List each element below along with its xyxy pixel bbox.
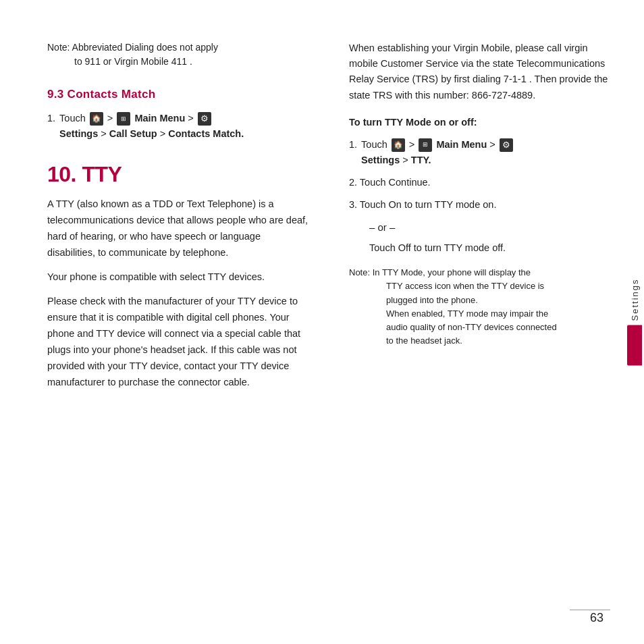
section-10-title: 10. TTY <box>47 162 308 187</box>
sidebar-bar <box>627 325 642 365</box>
tty-bottom-note: Note: In TTY Mode, your phone will displ… <box>349 266 610 348</box>
right-column: When establishing your Virgin Mobile, pl… <box>342 41 610 603</box>
call-setup-label: Call Setup <box>109 128 157 139</box>
menu-icon-2: ⊞ <box>419 138 432 152</box>
right-intro: When establishing your Virgin Mobile, pl… <box>349 41 610 103</box>
tty-settings-line: Settings <box>361 155 400 165</box>
abbreviated-dialing-note: Note: Abbreviated Dialing does not apply… <box>47 41 308 69</box>
tty-step1: 1. Touch 🏠 > ⊞ Main Menu > ⚙ Settings > … <box>349 137 610 168</box>
note-line3: plugged into the phone. <box>349 294 610 307</box>
tty-step3-content: 3. Touch On to turn TTY mode on. <box>349 197 610 213</box>
tty-step2-content: 2. Touch Continue. <box>349 175 610 190</box>
note-line2: to 911 or Virgin Mobile 411 . <box>47 55 308 69</box>
tty-step2: 2. Touch Continue. <box>349 175 610 190</box>
tty-arrow3: > <box>402 155 411 165</box>
tty-para3: Please check with the manufacturer of yo… <box>47 294 308 391</box>
tty-label: TTY. <box>411 155 431 165</box>
tty-step1-num: 1. <box>349 137 357 153</box>
tty-main-menu: Main Menu <box>436 139 487 150</box>
note-line1: Note: Abbreviated Dialing does not apply <box>47 42 218 53</box>
step1-num: 1. <box>47 111 55 126</box>
contacts-match-label: Contacts Match. <box>168 128 244 139</box>
step1-arrow1: > <box>107 113 113 124</box>
page-number: 63 <box>590 611 603 625</box>
note-line5: audio quality of non-TTY devices connect… <box>349 321 610 334</box>
page-container: Note: Abbreviated Dialing does not apply… <box>0 0 644 644</box>
step1-arrow3: > <box>101 128 109 139</box>
note-line1: Note: In TTY Mode, your phone will displ… <box>349 267 531 277</box>
step1-arrow2: > <box>188 113 196 124</box>
tty-para2: Your phone is compatible with select TTY… <box>47 269 308 286</box>
note-line2: TTY access icon when the TTY device is <box>349 279 610 293</box>
tty-arrow2: > <box>489 139 498 150</box>
step1-arrow4: > <box>160 128 169 139</box>
settings-icon-2: ⚙ <box>500 138 513 152</box>
main-content: Note: Abbreviated Dialing does not apply… <box>0 0 644 644</box>
note-line6: to the headset jack. <box>349 334 610 348</box>
section-93-step1: 1. Touch 🏠 > ⊞ Main Menu > ⚙ Settings > … <box>47 111 308 142</box>
step1-settings-label: Settings <box>59 128 98 139</box>
tty-para1: A TTY (also known as a TDD or Text Telep… <box>47 196 308 261</box>
step1-touch: Touch <box>59 113 88 124</box>
settings-icon-1: ⚙ <box>198 112 211 126</box>
left-column: Note: Abbreviated Dialing does not apply… <box>47 41 322 603</box>
menu-icon: ⊞ <box>117 112 130 126</box>
home-icon: 🏠 <box>90 112 103 126</box>
tty-mode-subsection-title: To turn TTY Mode on or off: <box>349 117 610 128</box>
tty-step3: 3. Touch On to turn TTY mode on. <box>349 197 610 213</box>
note-line4: When enabled, TTY mode may impair the <box>349 307 610 321</box>
bottom-divider <box>570 610 610 610</box>
or-line: – or – <box>369 221 610 233</box>
section-93-title: 9.3 Contacts Match <box>47 88 308 101</box>
sidebar-label: Settings <box>630 279 640 321</box>
sidebar-tab: Settings <box>625 279 644 366</box>
tty-touch: Touch <box>361 139 390 150</box>
step1-content: Touch 🏠 > ⊞ Main Menu > ⚙ Settings > Cal… <box>59 111 308 142</box>
main-menu-label: Main Menu <box>134 113 185 124</box>
home-icon-2: 🏠 <box>392 138 405 152</box>
tty-step1-content: Touch 🏠 > ⊞ Main Menu > ⚙ Settings > TTY… <box>361 137 610 168</box>
tty-arrow1: > <box>409 139 418 150</box>
touch-off-line: Touch Off to turn TTY mode off. <box>369 241 610 256</box>
